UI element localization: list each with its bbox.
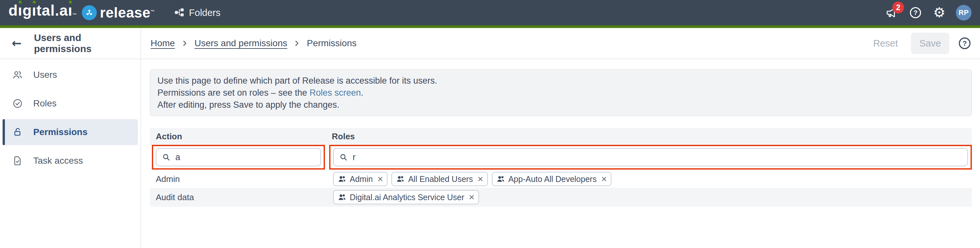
main-panel: Use this page to define which part of Re… [141, 59, 980, 247]
app-window: dıgıtal.aı™ release ™ [0, 0, 980, 248]
chevron-right-icon [294, 39, 299, 47]
group-icon [338, 193, 347, 202]
roles-filter-cell [329, 145, 972, 170]
role-chip-label: Digital.ai Analytics Service User [350, 193, 465, 202]
digitalai-logo: dıgıtal.aı™ [8, 0, 77, 28]
help-button[interactable]: ? [908, 6, 923, 20]
reset-button[interactable]: Reset [869, 38, 902, 49]
sidebar-item-label: Permissions [33, 127, 88, 137]
action-cell: Admin [150, 174, 329, 184]
sidebar: Users Roles Permissions [0, 59, 141, 247]
check-circle-icon [13, 98, 23, 109]
logo-text: ı [18, 0, 22, 23]
sidebar-item-users[interactable]: Users [3, 62, 138, 88]
section-title-area: ← Users and permissions [0, 28, 141, 58]
open-lock-icon [13, 127, 23, 137]
table-row: Admin Admin [150, 170, 972, 188]
action-filter-cell [150, 145, 329, 170]
logo-text: ı [32, 0, 37, 23]
release-logo: release ™ [82, 5, 155, 21]
role-chip-label: Admin [350, 174, 373, 184]
help-icon: ? [909, 6, 922, 19]
roles-cell: Digital.ai Analytics Service User × [329, 190, 972, 204]
user-avatar[interactable]: RP [956, 5, 972, 21]
breadcrumb-current: Permissions [307, 38, 356, 49]
group-icon [496, 175, 505, 183]
search-icon [162, 153, 171, 162]
info-line-1: Use this page to define which part of Re… [158, 75, 964, 87]
breadcrumb-home[interactable]: Home [151, 38, 175, 49]
table-header-row: Action Roles [150, 128, 972, 145]
sidebar-item-task-access[interactable]: Task access [3, 148, 138, 174]
action-cell: Audit data [150, 192, 329, 202]
page-header: ← Users and permissions Home Users and p… [0, 28, 980, 59]
contextual-help-button[interactable]: ? [958, 36, 972, 50]
sidebar-item-label: Users [33, 70, 57, 80]
roles-cell: Admin × [329, 172, 972, 186]
settings-button[interactable]: ⚙ [932, 6, 947, 20]
info-box: Use this page to define which part of Re… [150, 70, 972, 116]
trademark-mark: ™ [73, 2, 77, 28]
role-chip[interactable]: App-Auto All Developers × [492, 172, 612, 186]
column-header-roles: Roles [329, 131, 972, 142]
gear-icon: ⚙ [933, 6, 945, 19]
brand-accent-bar [0, 25, 980, 28]
info-line-2: Permissions are set on roles – see the R… [158, 87, 964, 99]
page-title: Users and permissions [34, 32, 140, 54]
role-chip[interactable]: Admin × [333, 172, 388, 186]
sidebar-item-label: Roles [33, 98, 57, 109]
filter-row [150, 145, 972, 170]
group-icon [396, 175, 405, 183]
action-filter-input[interactable] [175, 152, 320, 163]
notification-badge: 2 [892, 2, 904, 13]
breadcrumb-users-permissions[interactable]: Users and permissions [194, 38, 288, 49]
announcements-button[interactable]: 2 [885, 6, 899, 20]
remove-role-icon[interactable]: × [469, 192, 475, 202]
group-icon [338, 175, 347, 183]
action-filter-highlight [152, 145, 325, 169]
top-bar: dıgıtal.aı™ release ™ [0, 0, 980, 25]
task-document-icon [13, 156, 23, 166]
folders-tree-icon [174, 7, 185, 18]
table-row: Audit data Digital.ai [150, 188, 972, 207]
column-header-action: Action [150, 131, 329, 142]
breadcrumb: Home Users and permissions Permissions [141, 38, 356, 49]
header-actions: Reset Save ? [869, 33, 980, 54]
role-chip-label: App-Auto All Developers [508, 174, 597, 184]
topbar-actions: 2 ? ⚙ RP [885, 5, 972, 21]
remove-role-icon[interactable]: × [377, 174, 383, 184]
chevron-right-icon [182, 39, 188, 47]
role-chip[interactable]: All Enabled Users × [391, 172, 488, 186]
roles-screen-link[interactable]: Roles screen [310, 88, 361, 98]
roles-filter-input[interactable] [353, 152, 967, 163]
release-wordmark: release [100, 5, 151, 21]
info-line-2-period: . [361, 88, 363, 98]
role-chip-label: All Enabled Users [408, 174, 473, 184]
sidebar-item-roles[interactable]: Roles [3, 90, 138, 117]
logo-text: tal.a [37, 0, 68, 23]
sidebar-item-permissions[interactable]: Permissions [3, 119, 138, 145]
roles-filter-highlight [329, 145, 972, 169]
nav-folders-label: Folders [189, 8, 221, 18]
nav-folders[interactable]: Folders [174, 7, 221, 18]
remove-role-icon[interactable]: × [601, 174, 607, 184]
save-button[interactable]: Save [911, 33, 949, 54]
roles-filter-box [333, 148, 968, 166]
search-icon [339, 153, 348, 162]
logo-text: g [22, 0, 32, 23]
sidebar-item-label: Task access [33, 156, 83, 166]
logo-text: d [8, 0, 18, 23]
release-icon [82, 5, 97, 20]
info-line-2-text: Permissions are set on roles – see the [158, 88, 310, 98]
back-button[interactable]: ← [12, 38, 22, 49]
svg-text:?: ? [913, 9, 918, 16]
role-chip[interactable]: Digital.ai Analytics Service User × [333, 190, 479, 204]
permissions-table: Action Roles [150, 128, 972, 207]
users-icon [13, 70, 23, 80]
logo-text: ı [68, 0, 73, 23]
remove-role-icon[interactable]: × [477, 174, 483, 184]
info-line-3: After editing, press Save to apply the c… [158, 99, 964, 111]
content-area: Users Roles Permissions [0, 59, 980, 247]
action-filter-box [156, 148, 321, 166]
trademark-mark: ™ [151, 9, 155, 14]
